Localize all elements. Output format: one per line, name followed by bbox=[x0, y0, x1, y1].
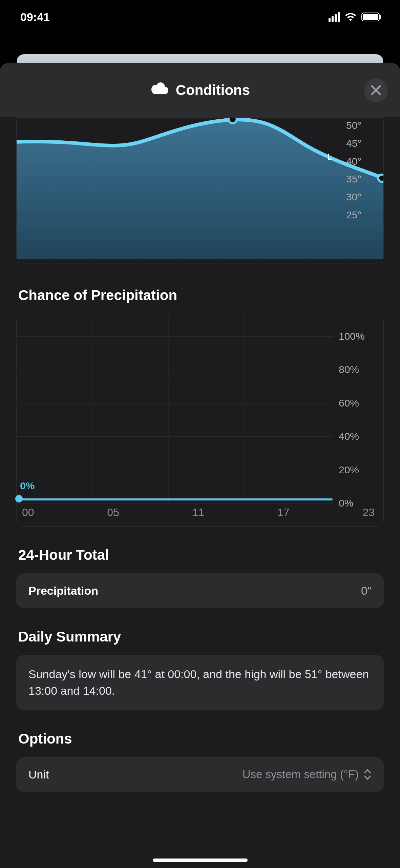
y-tick: 40° bbox=[346, 156, 383, 167]
status-bar: 09:41 bbox=[0, 0, 400, 34]
y-tick: 25° bbox=[346, 209, 383, 221]
x-tick: 00 bbox=[22, 506, 34, 519]
y-tick: 35° bbox=[346, 173, 383, 185]
svg-point-0 bbox=[229, 118, 237, 123]
battery-icon bbox=[361, 13, 380, 21]
conditions-sheet: Conditions bbox=[0, 63, 400, 868]
unit-value-wrap: Use system setting (°F) bbox=[243, 768, 372, 781]
precipitation-plot-area: 100% 80% 60% 40% 20% 0% 0% bbox=[17, 314, 383, 504]
x-tick: 11 bbox=[192, 506, 205, 519]
unit-label: Unit bbox=[28, 768, 49, 781]
y-tick: 60% bbox=[339, 397, 359, 409]
precipitation-total-row: Precipitation 0" bbox=[16, 573, 384, 608]
cellular-icon bbox=[329, 12, 340, 22]
y-tick: 40% bbox=[339, 431, 359, 442]
y-tick: 80% bbox=[339, 364, 359, 375]
total-section-title: 24-Hour Total bbox=[18, 547, 384, 563]
y-tick: 20% bbox=[339, 464, 359, 476]
sheet-title-wrap: Conditions bbox=[150, 82, 250, 99]
precip-now-dot bbox=[15, 495, 23, 502]
low-marker: L bbox=[327, 152, 333, 162]
precipitation-x-axis: 00 05 11 17 23 bbox=[17, 504, 383, 526]
daily-summary-text: Sunday's low will be 41° at 00:00, and t… bbox=[28, 666, 372, 699]
precip-horizontal-grid bbox=[17, 314, 333, 504]
home-indicator[interactable] bbox=[153, 859, 248, 862]
cloud-icon bbox=[150, 82, 170, 99]
y-tick: 45° bbox=[346, 138, 383, 149]
unit-option-row[interactable]: Unit Use system setting (°F) bbox=[16, 757, 384, 792]
temperature-plot-area: 50° 45° 40° 35° 30° 25° L bbox=[17, 118, 383, 243]
x-tick: 23 bbox=[362, 506, 375, 519]
unit-value-text: Use system setting (°F) bbox=[243, 768, 359, 781]
summary-section-title: Daily Summary bbox=[18, 629, 384, 645]
status-indicators bbox=[329, 12, 380, 22]
precipitation-y-axis: 100% 80% 60% 40% 20% 0% bbox=[333, 314, 383, 504]
precip-value-bubble: 0% bbox=[20, 480, 35, 492]
temperature-chart[interactable]: 50° 45° 40° 35° 30° 25° L 00 05 11 17 23 bbox=[16, 117, 384, 263]
x-tick: 05 bbox=[107, 506, 119, 519]
y-tick: 50° bbox=[346, 120, 383, 131]
close-icon bbox=[371, 85, 381, 96]
x-tick: 17 bbox=[277, 506, 290, 519]
precip-total-label: Precipitation bbox=[28, 584, 98, 597]
options-section-title: Options bbox=[18, 731, 384, 747]
close-button[interactable] bbox=[364, 78, 388, 102]
temperature-y-axis: 50° 45° 40° 35° 30° 25° bbox=[339, 118, 383, 223]
sheet-title-text: Conditions bbox=[176, 82, 250, 98]
precipitation-chart[interactable]: 100% 80% 60% 40% 20% 0% 0% 00 05 11 17 2… bbox=[16, 314, 384, 527]
chevron-up-down-icon bbox=[363, 769, 372, 780]
precip-line bbox=[17, 498, 333, 500]
precip-total-value: 0" bbox=[361, 584, 372, 597]
y-tick: 30° bbox=[346, 191, 383, 203]
sheet-header: Conditions bbox=[0, 63, 400, 117]
y-tick: 100% bbox=[339, 331, 365, 342]
daily-summary-card: Sunday's low will be 41° at 00:00, and t… bbox=[16, 655, 384, 710]
status-time: 09:41 bbox=[20, 11, 50, 24]
precip-section-title: Chance of Precipitation bbox=[18, 287, 384, 303]
y-tick: 0% bbox=[339, 497, 353, 509]
wifi-icon bbox=[344, 12, 357, 22]
